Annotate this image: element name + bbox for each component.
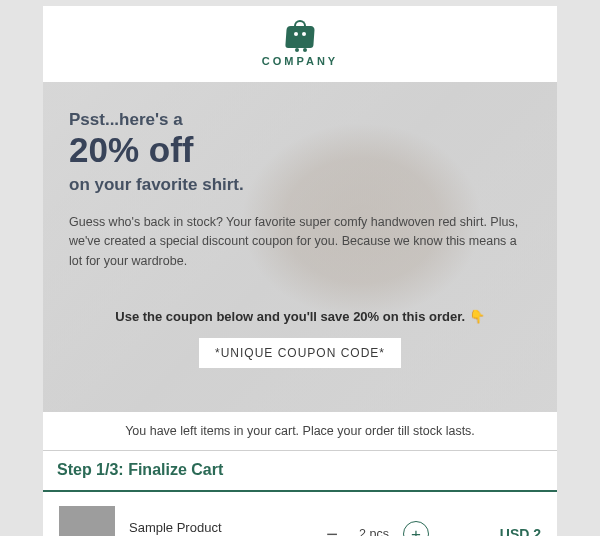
- logo-icon: [285, 22, 315, 48]
- quantity-value: 2 pcs: [359, 527, 389, 536]
- hero-body: Guess who's back in stock? Your favorite…: [69, 213, 529, 271]
- step-label: Step 1/3: Finalize Cart: [43, 451, 557, 492]
- cart-reminder: You have left items in your cart. Place …: [43, 412, 557, 451]
- coupon-cta-text: Use the coupon below and you'll save 20%…: [115, 309, 465, 324]
- product-name: Sample Product: [129, 520, 269, 535]
- email-container: COMPANY Psst...here's a 20% off on your …: [43, 6, 557, 536]
- product-info: Sample Product Unit Price: USD 2.00: [129, 520, 269, 537]
- point-down-icon: 👇: [469, 309, 485, 324]
- company-name: COMPANY: [262, 55, 338, 67]
- quantity-plus-button[interactable]: +: [403, 521, 429, 536]
- hero-headline: 20% off: [69, 132, 531, 169]
- hero-section: Psst...here's a 20% off on your favorite…: [43, 82, 557, 412]
- line-total: USD 2: [479, 526, 541, 536]
- hero-subheadline: on your favorite shirt.: [69, 175, 531, 195]
- product-thumbnail: [59, 506, 115, 536]
- header: COMPANY: [43, 6, 557, 82]
- cart-row: Sample Product Unit Price: USD 2.00 − 2 …: [43, 492, 557, 536]
- coupon-cta: Use the coupon below and you'll save 20%…: [69, 309, 531, 324]
- quantity-minus-button[interactable]: −: [319, 521, 345, 536]
- hero-eyebrow: Psst...here's a: [69, 110, 531, 130]
- coupon-code-box[interactable]: *UNIQUE COUPON CODE*: [199, 338, 401, 368]
- quantity-controls: − 2 pcs +: [283, 521, 465, 536]
